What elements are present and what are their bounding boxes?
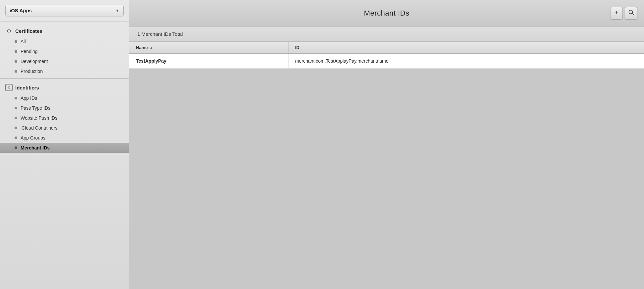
identifiers-section-header: ID Identifiers	[0, 81, 129, 93]
page-title: Merchant IDs	[364, 9, 410, 18]
sidebar: iOS Apps ▼ ⚙ Certificates All Pending De…	[0, 0, 129, 289]
sidebar-item-app-ids-label: App IDs	[21, 95, 37, 101]
column-id-label: ID	[295, 45, 299, 50]
table-row[interactable]: TestApplyPay merchant.com.TestApplayPay.…	[129, 54, 644, 69]
sidebar-item-website-push-ids[interactable]: Website Push IDs	[0, 113, 129, 123]
dropdown-label: iOS Apps	[10, 8, 32, 13]
sidebar-item-pending[interactable]: Pending	[0, 46, 129, 56]
main-content: Merchant IDs + 1 Merchant IDs Total Name…	[129, 0, 644, 289]
ios-apps-dropdown[interactable]: iOS Apps ▼	[5, 5, 124, 16]
cell-id: merchant.com.TestApplayPay.merchantname	[289, 54, 644, 68]
id-badge-icon: ID	[5, 84, 13, 91]
identifiers-section-label: Identifiers	[15, 85, 39, 90]
sidebar-item-all-label: All	[21, 39, 26, 44]
sidebar-item-app-ids[interactable]: App IDs	[0, 93, 129, 103]
bullet-icon	[15, 40, 17, 43]
sidebar-item-icloud-containers[interactable]: iCloud Containers	[0, 123, 129, 133]
bullet-icon	[15, 60, 17, 63]
sort-arrow-icon: ▲	[150, 46, 153, 49]
bullet-icon	[15, 70, 17, 73]
sidebar-item-all[interactable]: All	[0, 36, 129, 46]
column-name-label: Name	[136, 45, 148, 50]
column-name[interactable]: Name ▲	[129, 42, 289, 53]
sidebar-item-website-push-ids-label: Website Push IDs	[21, 115, 57, 121]
svg-point-0	[629, 10, 633, 14]
divider-2	[0, 78, 129, 79]
sidebar-item-pass-type-ids[interactable]: Pass Type IDs	[0, 103, 129, 113]
sidebar-item-app-groups-label: App Groups	[21, 135, 45, 141]
sidebar-item-app-groups[interactable]: App Groups	[0, 133, 129, 143]
search-icon	[628, 9, 634, 17]
bullet-icon	[15, 97, 17, 99]
bullet-icon	[15, 107, 17, 109]
summary-bar: 1 Merchant IDs Total	[129, 27, 644, 42]
divider-3	[0, 155, 129, 155]
svg-line-1	[632, 14, 634, 15]
divider-1	[0, 22, 129, 22]
certificates-section-header: ⚙ Certificates	[0, 24, 129, 36]
table-header: Name ▲ ID	[129, 42, 644, 54]
bullet-icon	[15, 137, 17, 139]
plus-icon: +	[615, 10, 618, 17]
gear-icon: ⚙	[5, 27, 13, 34]
sidebar-item-merchant-ids[interactable]: Merchant IDs	[0, 143, 129, 153]
bullet-icon	[15, 127, 17, 129]
certificates-section-label: Certificates	[15, 28, 42, 34]
bullet-icon	[15, 146, 17, 149]
summary-text: 1 Merchant IDs Total	[137, 31, 183, 37]
sidebar-item-development-label: Development	[21, 59, 48, 64]
sidebar-item-development[interactable]: Development	[0, 56, 129, 66]
search-button[interactable]	[625, 7, 637, 20]
column-id: ID	[289, 42, 644, 53]
bullet-icon	[15, 117, 17, 119]
header-actions: +	[610, 7, 637, 20]
sidebar-item-production-label: Production	[21, 69, 43, 74]
sidebar-item-pending-label: Pending	[21, 49, 37, 54]
sidebar-item-merchant-ids-label: Merchant IDs	[21, 145, 50, 150]
main-header: Merchant IDs +	[129, 0, 644, 27]
bullet-icon	[15, 50, 17, 53]
sidebar-item-pass-type-ids-label: Pass Type IDs	[21, 105, 50, 111]
table-body: TestApplyPay merchant.com.TestApplayPay.…	[129, 54, 644, 289]
cell-name: TestApplyPay	[129, 54, 289, 68]
chevron-down-icon: ▼	[115, 8, 119, 13]
sidebar-item-icloud-containers-label: iCloud Containers	[21, 125, 57, 131]
sidebar-item-production[interactable]: Production	[0, 66, 129, 76]
add-button[interactable]: +	[610, 7, 623, 20]
